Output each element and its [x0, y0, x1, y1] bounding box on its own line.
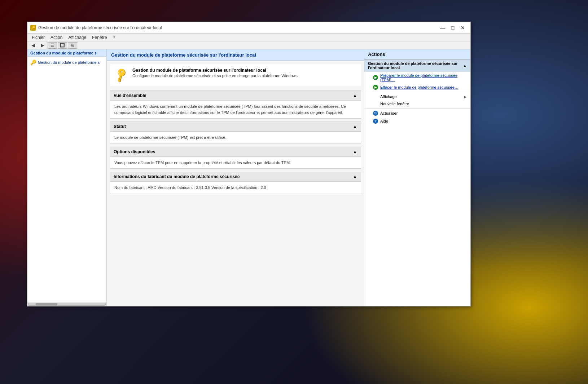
refresh-icon: ↻: [373, 111, 378, 116]
section-status-header[interactable]: Statut ▲: [110, 122, 361, 132]
action-erase[interactable]: ▶ Effacer le module de plateforme sécuri…: [364, 83, 470, 91]
tree-item-label: Gestion du module de plateforme s: [38, 60, 100, 65]
action-affichage[interactable]: Affichage ▶: [364, 93, 470, 100]
close-button[interactable]: ✕: [458, 24, 468, 31]
back-button[interactable]: ◀: [29, 41, 38, 49]
main-panel: Gestion du module de plateforme sécurisé…: [107, 49, 364, 306]
section-manufacturer-header[interactable]: Informations du fabricant du module de p…: [110, 172, 361, 182]
info-desc: Configure le module de plateforme sécuri…: [132, 74, 298, 78]
minimize-button[interactable]: —: [438, 24, 447, 31]
toolbar-btn-1[interactable]: ☰: [48, 42, 57, 49]
section-manufacturer-collapse-icon: ▲: [353, 174, 357, 179]
left-panel-content: 🔑 Gestion du module de plateforme s: [27, 57, 106, 302]
actions-header: Actions: [364, 49, 470, 59]
help-icon: ?: [373, 119, 378, 124]
section-status: Statut ▲ Le module de plateforme sécuris…: [110, 122, 361, 144]
action-refresh[interactable]: ↻ Actualiser: [364, 109, 470, 117]
tree-item-tpm[interactable]: 🔑 Gestion du module de plateforme s: [29, 58, 105, 66]
affichage-arrow: ▶: [464, 95, 467, 99]
toolbar: ◀ ▶ ☰ 🔲 ⊞: [27, 41, 470, 49]
section-manufacturer: Informations du fabricant du module de p…: [110, 172, 361, 194]
tree-item-icon: 🔑: [30, 59, 36, 65]
erase-icon: ▶: [373, 85, 378, 90]
menu-fenetre[interactable]: Fenêtre: [89, 34, 110, 41]
left-panel-header: Gestion du module de plateforme s: [27, 49, 106, 57]
menu-action[interactable]: Action: [48, 34, 65, 41]
action-erase-label: Effacer le module de plateforme sécurisé…: [380, 85, 458, 89]
action-prepare[interactable]: ▶ Préparer le module de plateforme sécur…: [364, 72, 470, 83]
toolbar-btn-3[interactable]: ⊞: [68, 42, 77, 49]
actions-section-title: Gestion du module de plateforme sécurisé…: [364, 59, 470, 72]
action-help-label: Aide: [380, 119, 388, 123]
info-text: Gestion du module de plateforme sécurisé…: [132, 68, 298, 78]
action-prepare-label: Préparer le module de plateforme sécuris…: [380, 73, 467, 82]
section-options-collapse-icon: ▲: [353, 149, 357, 154]
actions-section-label: Gestion du module de plateforme sécurisé…: [368, 61, 463, 70]
section-options: Options disponibles ▲ Vous pouvez efface…: [110, 147, 361, 169]
scrollbar[interactable]: [27, 302, 106, 306]
section-status-title: Statut: [114, 124, 126, 129]
action-divider-1: [364, 92, 470, 92]
main-window: 🔑 Gestion de module de plateforme sécuri…: [27, 22, 471, 306]
maximize-button[interactable]: □: [448, 24, 457, 31]
section-options-title: Options disponibles: [114, 149, 155, 154]
left-panel: Gestion du module de plateforme s 🔑 Gest…: [27, 49, 107, 306]
info-block: 🔑 Gestion du module de plateforme sécuri…: [110, 64, 361, 86]
title-bar-controls: — □ ✕: [438, 24, 468, 31]
action-new-window-label: Nouvelle fenêtre: [380, 102, 409, 106]
section-options-content: Vous pouvez effacer le TPM pour en suppr…: [110, 157, 361, 169]
actions-section-collapse: ▲: [463, 63, 467, 68]
section-overview-content: Les ordinateurs Windows contenant un mod…: [110, 101, 361, 118]
menu-bar: Fichier Action Affichage Fenêtre ?: [27, 34, 470, 41]
menu-affichage[interactable]: Affichage: [65, 34, 89, 41]
section-manufacturer-title: Informations du fabricant du module de p…: [114, 174, 240, 179]
window-title: Gestion de module de plateforme sécurisé…: [38, 25, 438, 30]
section-manufacturer-content: Nom du fabricant : AMD Version du fabric…: [110, 182, 361, 194]
content-area: Gestion du module de plateforme s 🔑 Gest…: [27, 49, 470, 306]
forward-button[interactable]: ▶: [38, 41, 47, 49]
section-overview-header[interactable]: Vue d'ensemble ▲: [110, 91, 361, 101]
menu-fichier[interactable]: Fichier: [29, 34, 48, 41]
section-overview-collapse-icon: ▲: [353, 93, 357, 98]
prepare-icon: ▶: [373, 75, 378, 80]
main-panel-header: Gestion du module de plateforme sécurisé…: [107, 49, 364, 61]
action-help[interactable]: ? Aide: [364, 117, 470, 125]
action-divider-2: [364, 108, 470, 109]
title-bar: 🔑 Gestion de module de plateforme sécuri…: [27, 22, 470, 34]
scrollbar-track[interactable]: [28, 303, 106, 306]
window-icon: 🔑: [30, 25, 36, 31]
scrollbar-thumb: [36, 303, 57, 305]
section-options-header[interactable]: Options disponibles ▲: [110, 147, 361, 157]
action-affichage-label: Affichage: [380, 94, 397, 99]
action-new-window[interactable]: Nouvelle fenêtre: [364, 100, 470, 107]
info-title: Gestion du module de plateforme sécurisé…: [132, 68, 298, 73]
toolbar-btn-2[interactable]: 🔲: [58, 42, 67, 49]
actions-panel: Actions Gestion du module de plateforme …: [364, 49, 470, 306]
section-overview: Vue d'ensemble ▲ Les ordinateurs Windows…: [110, 91, 361, 119]
section-status-collapse-icon: ▲: [353, 124, 357, 129]
manufacturer-info: Nom du fabricant : AMD Version du fabric…: [114, 185, 266, 190]
menu-help[interactable]: ?: [110, 34, 118, 41]
info-icon: 🔑: [114, 68, 128, 82]
section-overview-title: Vue d'ensemble: [114, 93, 146, 98]
action-refresh-label: Actualiser: [380, 111, 398, 115]
section-status-content: Le module de plateforme sécurisée (TPM) …: [110, 132, 361, 144]
